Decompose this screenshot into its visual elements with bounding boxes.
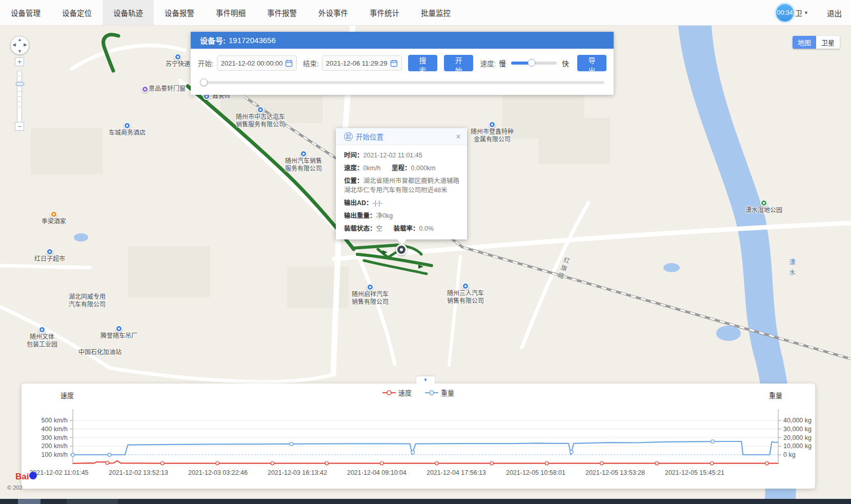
poi-label: 随州市登鑫特种金属有限公司 — [471, 128, 514, 144]
map-poi: 苏宁快递 — [166, 53, 190, 68]
chart-collapse-tab[interactable]: ▼ — [416, 376, 435, 384]
svg-text:100 km/h: 100 km/h — [42, 451, 68, 458]
speed-fast-label: 快 — [562, 58, 569, 68]
svg-text:2021-12-03 03:22:46: 2021-12-03 03:22:46 — [188, 469, 248, 476]
tab-设备报警[interactable]: 设备报警 — [154, 0, 205, 25]
map-pan-control[interactable]: ▲ ▼ ◀ ▶ — [10, 36, 29, 55]
tab-设备轨迹[interactable]: 设备轨迹 — [103, 0, 154, 25]
speed-slow-label: 慢 — [499, 58, 506, 68]
play-track-button[interactable]: 开始 — [444, 55, 473, 71]
svg-text:20,000 kg: 20,000 kg — [783, 434, 812, 441]
top-navbar: 设备管理设备定位设备轨迹设备报警事件明细事件报警外设事件事件统计批量监控 00:… — [0, 0, 851, 26]
mileage-label: 里程： — [392, 165, 411, 172]
poi-icon — [489, 121, 496, 128]
zoom-slider-handle[interactable] — [16, 82, 24, 86]
playback-speed-slider[interactable] — [511, 62, 557, 65]
load-rate-label: 装载率： — [394, 225, 419, 232]
load-state-value: 空 — [376, 225, 383, 232]
satellite-layer-button[interactable]: 卫星 — [816, 36, 840, 49]
ad-output-value: -|-|- — [373, 199, 382, 207]
playback-speed-handle[interactable] — [528, 59, 536, 67]
speed-label: 速度: — [480, 58, 496, 68]
tab-事件报警[interactable]: 事件报警 — [256, 0, 308, 25]
poi-label: 随州汽车销售服务有限公司 — [285, 157, 322, 173]
svg-text:2021-12-03 16:13:42: 2021-12-03 16:13:42 — [268, 469, 327, 476]
poi-label: 随州文体包装工业园 — [27, 333, 57, 349]
nav-tabs: 设备管理设备定位设备轨迹设备报警事件明细事件报警外设事件事件统计批量监控 — [0, 0, 461, 25]
tab-外设事件[interactable]: 外设事件 — [308, 0, 359, 25]
device-number-value: 19172043656 — [229, 36, 276, 45]
zoom-in-button[interactable]: + — [15, 57, 24, 66]
map-poi: 随州三人汽车销售有限公司 — [447, 283, 484, 305]
poi-icon — [50, 211, 57, 218]
svg-text:200 km/h: 200 km/h — [42, 442, 68, 450]
close-icon[interactable]: × — [456, 132, 461, 141]
tab-事件统计[interactable]: 事件统计 — [359, 0, 410, 25]
poi-icon — [257, 106, 264, 113]
pan-right-icon[interactable]: ▶ — [24, 42, 27, 47]
poi-label: 季梁酒家 — [42, 218, 66, 226]
pan-left-icon[interactable]: ◀ — [12, 42, 16, 47]
map-poi: 红日子超市 — [34, 248, 65, 263]
collapse-arrow-icon: ▼ — [423, 377, 428, 382]
track-progress-slider[interactable] — [200, 81, 604, 84]
pan-up-icon[interactable]: ▲ — [17, 37, 22, 42]
tab-事件明细[interactable]: 事件明细 — [205, 0, 256, 25]
poi-label: 车城商务酒店 — [109, 129, 146, 137]
bottom-edge-bar — [0, 499, 851, 504]
svg-text:2021-12-05 13:53:28: 2021-12-05 13:53:28 — [585, 469, 645, 476]
map-zoom-control: + − — [15, 57, 24, 131]
export-button[interactable]: 导出 — [577, 55, 606, 71]
map-poi: 季梁酒家 — [42, 211, 66, 226]
poi-icon — [141, 86, 149, 93]
speed-value: 0km/h — [363, 165, 381, 172]
zoom-out-button[interactable]: − — [15, 122, 24, 131]
location-label: 位置： — [344, 177, 363, 185]
svg-text:2021-12-04 17:56:13: 2021-12-04 17:56:13 — [427, 469, 486, 476]
start-time-input[interactable]: 2021-12-02 00:00:00 — [217, 55, 297, 71]
speed-label: 速度： — [344, 165, 363, 172]
map-layer-button[interactable]: 地图 — [793, 36, 816, 49]
map-poi: 漂水湿地公园 — [745, 199, 782, 214]
map-copyright: © 202 — [7, 485, 23, 491]
pan-down-icon[interactable]: ▼ — [17, 49, 22, 54]
zoom-slider-track[interactable] — [17, 71, 22, 122]
load-rate-value: 0.0% — [419, 225, 434, 232]
map-poi: 随州市登鑫特种金属有限公司 — [471, 121, 514, 144]
calendar-icon — [390, 59, 398, 67]
tab-设备定位[interactable]: 设备定位 — [51, 0, 103, 25]
map-poi: 湖北同威专用汽车有限公司 — [69, 293, 106, 309]
svg-text:300 km/h: 300 km/h — [42, 434, 68, 441]
weight-output-value: 净0kg — [376, 212, 393, 219]
search-button[interactable]: 搜索 — [408, 55, 437, 71]
svg-text:30,000 kg: 30,000 kg — [783, 426, 812, 433]
poi-label: 漂水湿地公园 — [745, 207, 782, 214]
time-label: 时间： — [344, 152, 363, 159]
svg-text:500 km/h: 500 km/h — [42, 417, 68, 424]
pond — [663, 263, 680, 272]
vehicle-marker[interactable] — [396, 244, 407, 255]
map-poi: 腾誉随车吊厂 — [100, 325, 137, 340]
svg-text:2021-12-02 13:52:13: 2021-12-02 13:52:13 — [109, 469, 168, 476]
weight-output-label: 输出重量： — [344, 212, 376, 219]
poi-icon — [367, 284, 374, 291]
tab-设备管理[interactable]: 设备管理 — [0, 0, 51, 25]
map-type-toggle: 地图 卫星 — [793, 36, 840, 49]
track-progress-handle[interactable] — [200, 78, 208, 86]
pond — [74, 233, 88, 241]
logout-button[interactable]: 退出 — [827, 8, 842, 18]
device-number-label: 设备号: — [200, 35, 226, 46]
calendar-icon — [285, 59, 293, 67]
device-panel-header: 设备号: 19172043656 — [191, 32, 614, 49]
map-poi: 随州启祥汽车销售有限公司 — [352, 284, 389, 306]
poi-icon — [124, 122, 131, 129]
user-menu[interactable]: 卫 ▼ — [795, 8, 808, 18]
load-state-label: 装载状态： — [344, 225, 376, 232]
poi-label: 随州启祥汽车销售有限公司 — [352, 291, 389, 306]
svg-text:2021-12-05 10:58:01: 2021-12-05 10:58:01 — [506, 469, 565, 476]
poi-label: 红日子超市 — [34, 255, 65, 263]
device-track-panel: 设备号: 19172043656 开始: 2021-12-02 00:00:00… — [191, 32, 614, 95]
end-time-input[interactable]: 2021-12-06 11:29:29 — [322, 55, 402, 71]
timer-badge[interactable]: 00:34 — [775, 3, 795, 23]
tab-批量监控[interactable]: 批量监控 — [410, 0, 461, 25]
